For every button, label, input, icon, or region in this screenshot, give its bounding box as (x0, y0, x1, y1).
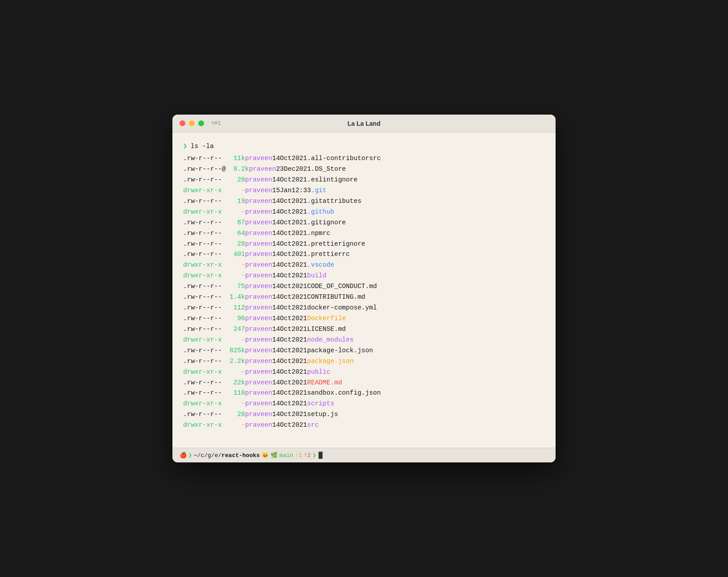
list-item: .rw-r--r-- 11k praveen 14 Oct 2021 .all-… (183, 153, 545, 164)
sb-repo: react-hooks (221, 452, 260, 459)
cursor (319, 452, 323, 459)
sb-diff-indicator: !2 (304, 452, 311, 459)
minimize-button[interactable] (189, 120, 195, 126)
list-item: .rw-r--r--@ 8.2k praveen 23 Dec 2021 .DS… (183, 164, 545, 175)
traffic-lights (180, 120, 204, 126)
terminal-content[interactable]: ❯ ls -la .rw-r--r-- 11k praveen 14 Oct 2… (172, 132, 556, 448)
sb-up-indicator: ↑1 (295, 452, 302, 459)
shortcut-label: ⌥⌘1 (211, 120, 221, 127)
list-item: .rw-r--r-- 110 praveen 14 Oct 2021 sandb… (183, 388, 545, 399)
sb-branch-name: main (279, 452, 293, 459)
sb-cat-icon: 🐱 (262, 452, 269, 459)
list-item: .rw-r--r-- 28 praveen 14 Oct 2021 .eslin… (183, 175, 545, 185)
list-item: drwxr-xr-x - praveen 14 Oct 2021 src (183, 420, 545, 431)
command-text: ls -la (191, 141, 214, 152)
list-item: .rw-r--r-- 19 praveen 14 Oct 2021 .gitat… (183, 196, 545, 207)
list-item: .rw-r--r-- 112 praveen 14 Oct 2021 docke… (183, 303, 545, 313)
sb-end-prompt: ❯ (313, 452, 316, 459)
prompt-arrow: ❯ (183, 141, 187, 152)
sb-folder-icon: ❯ (188, 452, 192, 459)
list-item: .rw-r--r-- 75 praveen 14 Oct 2021 CODE_O… (183, 281, 545, 292)
list-item: .rw-r--r-- 401 praveen 14 Oct 2021 .pret… (183, 249, 545, 260)
list-item: drwxr-xr-x - praveen 14 Oct 2021 node_mo… (183, 335, 545, 346)
list-item: .rw-r--r-- 2.2k praveen 14 Oct 2021 pack… (183, 356, 545, 367)
list-item: drwxr-xr-x - praveen 15 Jan 12:33 .git (183, 185, 545, 196)
close-button[interactable] (180, 120, 185, 126)
list-item: .rw-r--r-- 67 praveen 14 Oct 2021 .gitig… (183, 218, 545, 228)
statusbar: 🍎 ❯ ~/c/g/e/react-hooks 🐱 🌿 main ↑1 !2 ❯ (172, 448, 556, 462)
maximize-button[interactable] (198, 120, 204, 126)
titlebar: ⌥⌘1 La La Land (172, 115, 556, 132)
list-item: drwxr-xr-x - praveen 14 Oct 2021 .github (183, 207, 545, 218)
terminal-window: ⌥⌘1 La La Land ❯ ls -la .rw-r--r-- 11k p… (172, 115, 556, 462)
list-item: .rw-r--r-- 1.4k praveen 14 Oct 2021 CONT… (183, 292, 545, 303)
list-item: drwxr-xr-x - praveen 14 Oct 2021 public (183, 367, 545, 378)
command-prompt: ❯ ls -la (183, 141, 545, 152)
sb-apple-icon: 🍎 (180, 452, 187, 459)
list-item: .rw-r--r-- 247 praveen 14 Oct 2021 LICEN… (183, 324, 545, 335)
list-item: .rw-r--r-- 64 praveen 14 Oct 2021 .npmrc (183, 228, 545, 239)
list-item: .rw-r--r-- 22k praveen 14 Oct 2021 READM… (183, 378, 545, 388)
list-item: .rw-r--r-- 825k praveen 14 Oct 2021 pack… (183, 346, 545, 356)
list-item: drwxr-xr-x - praveen 14 Oct 2021 build (183, 271, 545, 281)
sb-path: ~/c/g/e/react-hooks (194, 452, 260, 459)
list-item: drwxr-xr-x - praveen 14 Oct 2021 .vscode (183, 260, 545, 271)
list-item: .rw-r--r-- 96 praveen 14 Oct 2021 Docker… (183, 313, 545, 324)
list-item: .rw-r--r-- 28 praveen 14 Oct 2021 .prett… (183, 239, 545, 250)
list-item: .rw-r--r-- 28 praveen 14 Oct 2021 setup.… (183, 409, 545, 420)
window-title: La La Land (348, 120, 380, 127)
list-item: drwxr-xr-x - praveen 14 Oct 2021 scripts (183, 399, 545, 409)
sb-branch-icon: 🌿 (270, 452, 278, 459)
file-list: .rw-r--r-- 11k praveen 14 Oct 2021 .all-… (183, 153, 545, 431)
